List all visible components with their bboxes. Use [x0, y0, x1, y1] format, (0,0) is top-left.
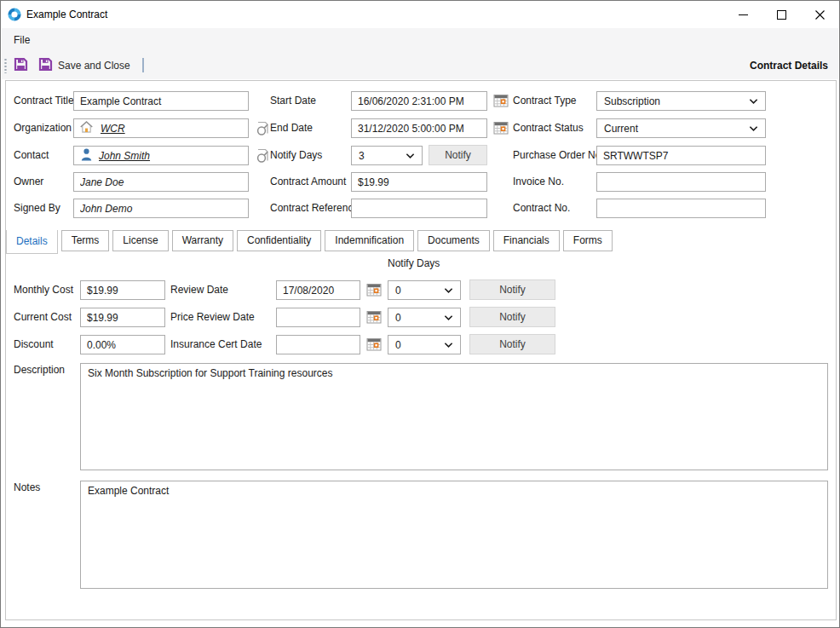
- price-review-notify-days-value: 0: [395, 312, 401, 324]
- start-date-label: Start Date: [270, 91, 316, 111]
- menu-file[interactable]: File: [7, 31, 37, 49]
- organization-link[interactable]: WCR: [101, 123, 125, 135]
- menu-bar: File: [2, 28, 838, 51]
- end-date-calendar-icon[interactable]: [493, 120, 509, 135]
- insurance-cert-date-calendar-icon[interactable]: [366, 337, 382, 352]
- content-area: Contract Title Organization WCR Contact: [5, 80, 837, 620]
- price-review-date-calendar-icon[interactable]: [366, 309, 382, 325]
- contract-title-input[interactable]: [73, 91, 249, 111]
- chevron-down-icon: [444, 285, 453, 297]
- save-and-close-label: Save and Close: [58, 60, 130, 72]
- chevron-down-icon: [444, 339, 453, 351]
- notify-button-price-review[interactable]: Notify: [469, 307, 555, 327]
- contract-type-value: Subscription: [604, 95, 660, 107]
- window-controls: [724, 1, 839, 28]
- tab-terms[interactable]: Terms: [61, 230, 110, 251]
- contract-reference-input[interactable]: [351, 199, 487, 218]
- contract-amount-input[interactable]: [351, 172, 487, 192]
- price-review-notify-days-select[interactable]: 0: [388, 308, 461, 327]
- tab-indemnification[interactable]: Indemnification: [325, 230, 414, 251]
- discount-label: Discount: [14, 335, 54, 354]
- review-date-calendar-icon[interactable]: [366, 282, 382, 297]
- minimize-icon[interactable]: [724, 1, 762, 28]
- save-and-close-button[interactable]: Save and Close: [35, 55, 134, 76]
- price-review-date-input[interactable]: [276, 308, 360, 327]
- contract-type-label: Contract Type: [513, 91, 576, 111]
- chevron-down-icon: [406, 150, 415, 162]
- notify-button-top[interactable]: Notify: [429, 145, 487, 165]
- tab-warranty[interactable]: Warranty: [172, 230, 233, 251]
- signed-by-label: Signed By: [14, 199, 60, 218]
- owner-input[interactable]: [73, 172, 249, 192]
- insurance-cert-date-label: Insurance Cert Date: [170, 335, 262, 354]
- insurance-notify-days-select[interactable]: 0: [388, 335, 461, 354]
- contact-link[interactable]: John Smith: [99, 150, 150, 162]
- description-label: Description: [14, 360, 65, 380]
- window-title: Example Contract: [26, 9, 107, 20]
- notify-days-value: 3: [359, 150, 365, 162]
- invoice-no-label: Invoice No.: [513, 172, 564, 192]
- contact-field[interactable]: John Smith: [73, 146, 249, 165]
- organization-lookup-icon[interactable]: [255, 119, 270, 137]
- monthly-cost-input[interactable]: [80, 280, 165, 300]
- toolbar-separator: [142, 58, 144, 72]
- contact-lookup-icon[interactable]: [255, 147, 270, 164]
- purchase-order-label: Purchase Order No.: [513, 146, 604, 165]
- start-date-calendar-icon[interactable]: [493, 93, 509, 108]
- toolbar: Save and Close Contract Details: [2, 51, 838, 79]
- review-date-input[interactable]: [276, 280, 360, 300]
- tab-documents[interactable]: Documents: [417, 230, 490, 251]
- end-date-label: End Date: [270, 118, 313, 138]
- chevron-down-icon: [749, 95, 758, 107]
- contract-status-label: Contract Status: [513, 118, 584, 138]
- contact-label: Contact: [14, 146, 49, 165]
- notes-label: Notes: [14, 478, 40, 498]
- maximize-icon[interactable]: [762, 1, 801, 28]
- save-button[interactable]: [10, 55, 32, 76]
- insurance-notify-days-value: 0: [395, 339, 401, 351]
- contract-no-label: Contract No.: [513, 199, 570, 218]
- home-icon: [79, 120, 94, 136]
- title-bar: Example Contract: [1, 1, 839, 28]
- chevron-down-icon: [444, 312, 453, 324]
- organization-field[interactable]: WCR: [73, 118, 249, 138]
- notes-textarea[interactable]: Example Contract: [80, 481, 828, 589]
- current-cost-input[interactable]: [80, 308, 165, 327]
- notify-button-review[interactable]: Notify: [469, 279, 555, 300]
- save-icon: [14, 57, 28, 74]
- chevron-down-icon: [749, 123, 758, 135]
- close-icon[interactable]: [801, 1, 839, 28]
- tab-strip: Details Terms License Warranty Confident…: [6, 230, 616, 254]
- review-notify-days-select[interactable]: 0: [388, 280, 461, 300]
- contract-no-input[interactable]: [596, 199, 766, 218]
- app-logo-icon: [8, 8, 21, 21]
- review-notify-days-value: 0: [395, 285, 401, 297]
- invoice-no-input[interactable]: [596, 172, 766, 192]
- owner-label: Owner: [14, 172, 43, 192]
- context-title: Contract Details: [750, 60, 828, 72]
- contract-status-select[interactable]: Current: [596, 118, 766, 138]
- notify-days-select[interactable]: 3: [351, 146, 423, 165]
- start-date-input[interactable]: [351, 91, 487, 111]
- notify-button-insurance[interactable]: Notify: [469, 334, 555, 354]
- tab-confidentiality[interactable]: Confidentiality: [237, 230, 321, 251]
- price-review-date-label: Price Review Date: [170, 308, 255, 327]
- app-window: Example Contract File: [0, 0, 840, 628]
- contract-type-select[interactable]: Subscription: [596, 91, 766, 111]
- purchase-order-input[interactable]: [596, 146, 766, 165]
- description-textarea[interactable]: Six Month Subscription for Support Train…: [80, 363, 828, 470]
- end-date-input[interactable]: [351, 118, 487, 138]
- contract-reference-label: Contract Reference: [270, 199, 359, 218]
- notify-days-label: Notify Days: [270, 146, 322, 165]
- discount-input[interactable]: [80, 335, 165, 354]
- tab-details[interactable]: Details: [6, 230, 58, 254]
- insurance-cert-date-input[interactable]: [276, 335, 360, 354]
- current-cost-label: Current Cost: [14, 308, 72, 327]
- tab-financials[interactable]: Financials: [493, 230, 560, 251]
- tab-license[interactable]: License: [112, 230, 168, 251]
- contract-amount-label: Contract Amount: [270, 172, 346, 192]
- signed-by-input[interactable]: [73, 199, 249, 218]
- tab-forms[interactable]: Forms: [563, 230, 613, 251]
- review-date-label: Review Date: [170, 280, 228, 300]
- toolbar-grip[interactable]: [4, 58, 7, 73]
